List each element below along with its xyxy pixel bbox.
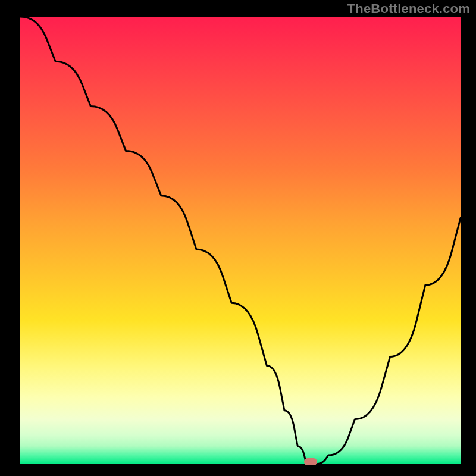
curve-path xyxy=(20,17,461,464)
bottleneck-curve xyxy=(20,17,461,464)
chart-frame: TheBottleneck.com xyxy=(0,0,476,476)
plot-area xyxy=(20,17,461,464)
watermark-text: TheBottleneck.com xyxy=(347,1,470,17)
optimum-marker xyxy=(304,458,317,465)
